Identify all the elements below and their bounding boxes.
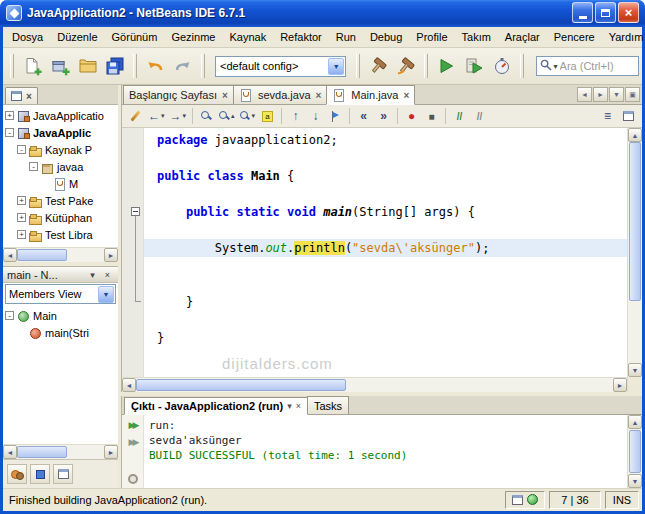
rerun-with-options-button[interactable]: ▶▶ [125,435,141,448]
editor-tab-0[interactable]: Başlangıç Sayfası× [123,85,234,104]
chevron-down-icon[interactable]: ▾ [161,112,165,120]
forward-button[interactable]: →▾ [168,107,189,126]
output-view[interactable]: run:sevda'aksüngerBUILD SUCCESSFUL (tota… [144,415,627,488]
rerun-button[interactable]: ▶▶ [125,418,141,431]
title-bar[interactable]: JavaApplication2 - NetBeans IDE 6.7.1 × [0,0,645,27]
code-line-3[interactable]: public class Main { [144,167,627,185]
projects-tree-item-1[interactable]: -JavaApplic [3,124,118,141]
split-view-button[interactable] [619,107,638,126]
toggle-bookmark-button[interactable] [326,107,345,126]
close-tab-icon[interactable]: × [403,90,409,101]
redo-button[interactable] [169,52,197,80]
comment-button[interactable]: // [450,107,469,126]
projects-tree-item-5[interactable]: +Test Pake [3,192,118,209]
find-previous-button[interactable]: ▴ [217,107,237,126]
chevron-down-icon[interactable]: ▼ [98,286,114,303]
code-line-8[interactable] [144,257,627,275]
previous-bookmark-button[interactable]: ↑ [286,107,305,126]
navigator-view-combobox[interactable]: Members View ▼ [5,284,116,304]
scroll-left-icon[interactable]: ◄ [3,445,17,459]
back-button[interactable]: ←▾ [146,107,167,126]
code-line-4[interactable] [144,185,627,203]
code-line-10[interactable]: } [144,293,627,311]
code-line-2[interactable] [144,149,627,167]
editor-tab-2[interactable]: Main.java× [326,85,415,105]
projects-tree-item-0[interactable]: +JavaApplicatio [3,107,118,124]
toolbar-grip[interactable] [10,54,14,78]
code-line-7[interactable]: System.out.println("sevda\'aksünger"); [144,239,627,257]
tree-expander-icon[interactable]: - [29,162,38,171]
scroll-tabs-left-icon[interactable]: ◄ [577,87,592,102]
menu-item-5[interactable]: Refaktor [273,29,329,45]
projects-tree[interactable]: +JavaApplicatio-JavaApplic-Kaynak P-java… [3,105,118,247]
tree-expander-icon[interactable]: - [5,311,14,320]
last-edit-location-button[interactable] [126,107,145,126]
undo-button[interactable] [141,52,169,80]
update-status-icon[interactable] [527,494,538,505]
editor-vscrollbar[interactable]: ▲ ▼ [627,128,642,377]
scroll-thumb[interactable] [17,249,67,261]
scroll-right-icon[interactable]: ► [104,248,118,262]
chevron-down-icon[interactable]: ▾ [183,112,187,120]
toolbar-grip[interactable] [356,54,360,78]
navigator-hscrollbar[interactable]: ◄ ► [3,444,118,459]
shift-left-button[interactable]: « [354,107,373,126]
projects-tree-item-7[interactable]: +Test Libra [3,226,118,243]
save-all-button[interactable] [102,52,130,80]
code-editor[interactable]: package javaapplication2; public class M… [144,128,627,377]
close-tab-icon[interactable]: × [222,90,228,101]
scroll-right-icon[interactable]: ► [613,378,627,392]
profile-project-button[interactable] [488,52,516,80]
uncomment-button[interactable]: // [470,107,489,126]
find-next-button[interactable]: ▾ [238,107,258,126]
tree-expander-icon[interactable]: - [5,128,14,137]
close-icon[interactable]: × [26,91,32,102]
minimize-button[interactable] [572,2,593,23]
navigator-tree[interactable]: -Mainmain(Stri [3,305,118,444]
scroll-thumb[interactable] [629,430,641,473]
run-project-button[interactable] [432,52,460,80]
code-line-1[interactable]: package javaapplication2; [144,131,627,149]
scroll-up-icon[interactable]: ▲ [628,128,642,142]
build-project-button[interactable] [364,52,392,80]
new-project-button[interactable] [46,52,74,80]
debug-project-button[interactable] [460,52,488,80]
toolbar-grip[interactable] [201,54,205,78]
window-status-icon[interactable] [512,495,523,505]
tree-expander-icon[interactable]: + [5,111,14,120]
scroll-track[interactable] [17,445,104,459]
scroll-track[interactable] [136,378,613,392]
scroll-down-icon[interactable]: ▼ [628,363,642,377]
next-bookmark-button[interactable]: ↓ [306,107,325,126]
tree-expander-icon[interactable]: + [17,230,26,239]
output-vscrollbar[interactable]: ▲ ▼ [627,415,642,488]
scroll-thumb[interactable] [17,446,67,458]
clean-build-button[interactable] [392,52,420,80]
menu-item-2[interactable]: Görünüm [105,29,165,45]
insert-mode-cell[interactable]: INS [605,491,639,509]
menu-item-11[interactable]: Pencere [547,29,602,45]
scroll-track[interactable] [628,142,642,363]
start-macro-button[interactable]: ● [402,107,421,126]
navigator-tree-item-0[interactable]: -Main [3,307,118,324]
menu-item-1[interactable]: Düzenle [50,29,104,45]
tree-expander-icon[interactable]: + [17,213,26,222]
menu-item-8[interactable]: Profile [409,29,454,45]
tab-list-chevron-icon[interactable]: ▼ [609,87,624,102]
editor-hscrollbar[interactable]: ◄ ► [122,377,627,392]
scroll-right-icon[interactable]: ► [104,445,118,459]
toolbar-grip[interactable] [520,54,524,78]
menu-item-0[interactable]: Dosya [5,29,50,45]
menu-item-4[interactable]: Kaynak [222,29,273,45]
toolbar-grip[interactable] [424,54,428,78]
scroll-thumb[interactable] [629,142,641,301]
scroll-up-icon[interactable]: ▲ [628,415,642,429]
maximize-button[interactable] [595,2,616,23]
scroll-left-icon[interactable]: ◄ [3,248,17,262]
scroll-tabs-right-icon[interactable]: ► [593,87,608,102]
show-inherited-members-button[interactable] [7,464,27,484]
menu-item-6[interactable]: Run [329,29,363,45]
close-tab-icon[interactable]: × [316,90,322,101]
show-fields-button[interactable] [30,464,50,484]
toggle-highlight-button[interactable]: a [258,107,277,126]
